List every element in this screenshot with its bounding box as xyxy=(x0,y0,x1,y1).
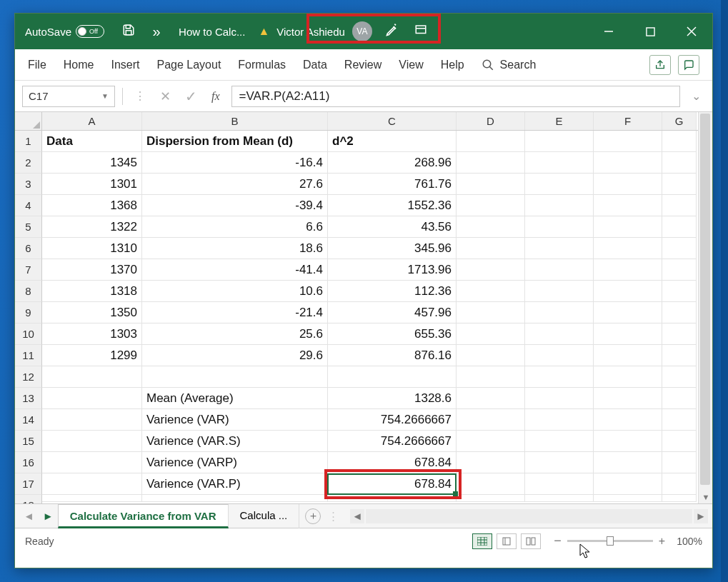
cell[interactable]: 6.6 xyxy=(142,216,328,238)
tab-view[interactable]: View xyxy=(399,56,423,74)
col-header[interactable]: A xyxy=(42,112,142,130)
cell[interactable] xyxy=(594,495,662,502)
cell[interactable]: Varience (VARP) xyxy=(142,452,328,473)
sheet-nav-next[interactable]: ► xyxy=(39,510,58,522)
cell[interactable] xyxy=(525,238,594,259)
cell[interactable] xyxy=(594,174,662,195)
cell[interactable] xyxy=(525,216,594,238)
col-header[interactable]: F xyxy=(594,112,662,130)
cell[interactable]: -16.4 xyxy=(142,152,328,174)
cell[interactable] xyxy=(457,366,525,388)
row-header[interactable]: 6 xyxy=(15,238,42,259)
zoom-out-icon[interactable]: − xyxy=(554,533,562,548)
hscroll-right-icon[interactable]: ► xyxy=(694,509,708,523)
cell[interactable] xyxy=(525,302,594,323)
cell[interactable]: 345.96 xyxy=(328,238,457,259)
cell[interactable]: -21.4 xyxy=(142,302,328,323)
cell[interactable]: 678.84 xyxy=(328,473,457,495)
cell[interactable] xyxy=(525,473,594,495)
cell[interactable]: 876.16 xyxy=(328,345,457,366)
tab-data[interactable]: Data xyxy=(303,56,327,74)
cancel-formula-icon[interactable]: ✕ xyxy=(160,89,171,104)
cell[interactable]: 29.6 xyxy=(142,345,328,366)
cell[interactable] xyxy=(142,366,328,388)
cell[interactable] xyxy=(662,131,697,152)
cell[interactable]: 1350 xyxy=(42,302,142,323)
cell[interactable] xyxy=(42,473,142,495)
row-header[interactable]: 16 xyxy=(15,452,42,473)
row-header[interactable]: 13 xyxy=(15,388,42,409)
cell[interactable] xyxy=(662,409,697,431)
cell[interactable]: 1552.36 xyxy=(328,195,457,216)
cell[interactable]: d^2 xyxy=(328,131,457,152)
dots-icon[interactable]: ⋮ xyxy=(134,89,146,103)
row-header[interactable]: 8 xyxy=(15,281,42,302)
cell[interactable] xyxy=(525,259,594,281)
cell[interactable]: 25.6 xyxy=(142,323,328,345)
cell[interactable]: Mean (Average) xyxy=(142,388,328,409)
cell[interactable] xyxy=(594,366,662,388)
tab-help[interactable]: Help xyxy=(441,56,464,74)
cell[interactable]: 754.2666667 xyxy=(328,409,457,431)
spreadsheet-grid[interactable]: A B C D E F G 12345678910111213141516171… xyxy=(15,112,712,503)
cell[interactable] xyxy=(457,388,525,409)
ribbon-display-icon[interactable] xyxy=(407,24,435,40)
more-commands-icon[interactable]: » xyxy=(143,24,171,40)
cell[interactable] xyxy=(457,452,525,473)
cell[interactable]: Dispersion from Mean (d) xyxy=(142,131,328,152)
cell[interactable] xyxy=(525,281,594,302)
cell[interactable] xyxy=(525,431,594,452)
cell[interactable] xyxy=(525,452,594,473)
page-break-view-button[interactable] xyxy=(521,533,541,549)
cell[interactable]: 1299 xyxy=(42,345,142,366)
cell[interactable]: 18.6 xyxy=(142,238,328,259)
cell[interactable] xyxy=(594,216,662,238)
hscroll-left-icon[interactable]: ◄ xyxy=(350,509,364,523)
row-header[interactable]: 1 xyxy=(15,131,42,152)
tab-file[interactable]: File xyxy=(28,56,46,74)
cell[interactable] xyxy=(662,238,697,259)
maximize-button[interactable] xyxy=(629,14,671,49)
scroll-down-icon[interactable]: ▼ xyxy=(699,491,712,503)
cell[interactable] xyxy=(525,388,594,409)
cell[interactable] xyxy=(457,131,525,152)
autosave-toggle[interactable]: AutoSave Off xyxy=(15,25,114,38)
col-header[interactable]: D xyxy=(457,112,525,130)
cell[interactable] xyxy=(42,388,142,409)
name-box[interactable]: C17 ▼ xyxy=(22,86,115,107)
cell[interactable]: -41.4 xyxy=(142,259,328,281)
cell[interactable] xyxy=(662,195,697,216)
cell[interactable]: Varience (VAR.S) xyxy=(142,431,328,452)
zoom-percent[interactable]: 100% xyxy=(677,536,702,547)
cell[interactable]: 1328.6 xyxy=(328,388,457,409)
cell[interactable] xyxy=(457,431,525,452)
row-header[interactable]: 12 xyxy=(15,366,42,388)
cell[interactable]: 1345 xyxy=(42,152,142,174)
cell[interactable] xyxy=(457,238,525,259)
cell[interactable]: Varience (VAR.P) xyxy=(142,473,328,495)
zoom-control[interactable]: − + 100% xyxy=(554,533,702,548)
cell[interactable] xyxy=(142,495,328,502)
cell[interactable] xyxy=(457,152,525,174)
row-header[interactable]: 10 xyxy=(15,323,42,345)
cell[interactable] xyxy=(662,259,697,281)
cell[interactable] xyxy=(594,131,662,152)
cell[interactable]: 754.2666667 xyxy=(328,431,457,452)
cell[interactable]: 1370 xyxy=(42,259,142,281)
enter-formula-icon[interactable]: ✓ xyxy=(185,88,197,105)
cell[interactable] xyxy=(328,495,457,502)
normal-view-button[interactable] xyxy=(472,533,492,549)
row-header[interactable]: 14 xyxy=(15,409,42,431)
cell[interactable] xyxy=(457,259,525,281)
cell[interactable]: 1322 xyxy=(42,216,142,238)
cell[interactable] xyxy=(457,473,525,495)
cell[interactable] xyxy=(525,366,594,388)
cell[interactable] xyxy=(594,388,662,409)
cell[interactable] xyxy=(594,302,662,323)
row-header[interactable]: 2 xyxy=(15,152,42,174)
zoom-slider[interactable] xyxy=(567,540,653,542)
cell[interactable] xyxy=(594,259,662,281)
draw-icon[interactable] xyxy=(378,23,407,41)
user-info[interactable]: ▲ Victor Ashiedu VA xyxy=(252,21,377,41)
col-header[interactable]: B xyxy=(142,112,328,130)
